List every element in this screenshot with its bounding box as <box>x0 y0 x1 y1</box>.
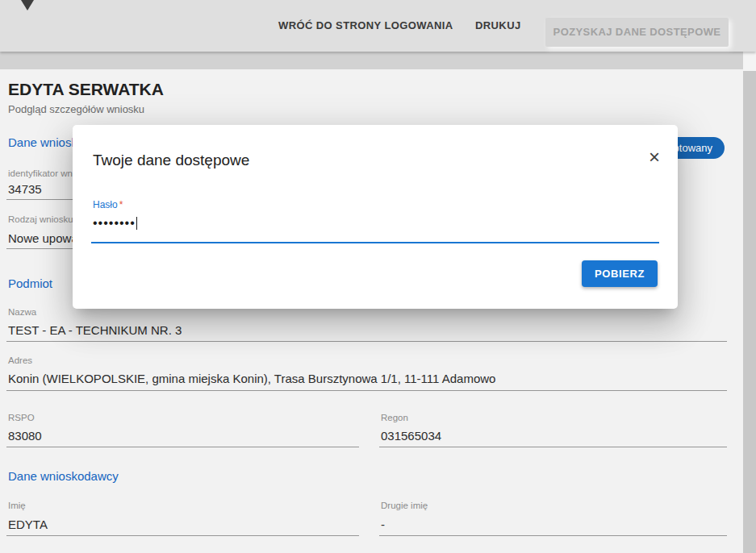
field-imie-line <box>6 535 359 536</box>
field-regon-line <box>379 447 727 447</box>
modal-close-icon[interactable]: × <box>649 148 660 167</box>
text-caret <box>136 217 138 230</box>
page-subtitle: Podgląd szczegółów wniosku <box>8 103 144 115</box>
access-data-modal: Twoje dane dostępowe × Hasło* •••••••• P… <box>73 125 678 309</box>
field-regon-value: 031565034 <box>381 429 441 443</box>
field-rspo-label: RSPO <box>8 413 35 422</box>
password-input[interactable]: •••••••• <box>93 216 137 231</box>
field-imie-label: Imię <box>8 501 26 510</box>
field-rodzaj-label: Rodzaj wniosku <box>8 214 73 224</box>
scrollbar-thumb[interactable] <box>743 52 756 71</box>
password-label: Hasło* <box>93 199 123 210</box>
password-underline <box>91 242 659 243</box>
field-identyfikator-value: 34735 <box>8 182 42 196</box>
field-adres-label: Adres <box>8 356 32 365</box>
corner-mark <box>21 0 34 10</box>
field-regon-label: Regon <box>381 413 408 422</box>
modal-title: Twoje dane dostępowe <box>93 152 249 169</box>
field-nazwa-value: TEST - EA - TECHNIKUM NR. 3 <box>8 323 182 337</box>
field-adres-value: Konin (WIELKOPOLSKIE, gmina miejska Koni… <box>8 372 495 385</box>
print-button[interactable]: DRUKUJ <box>475 0 521 52</box>
section-podmiot: Podmiot <box>8 276 52 290</box>
app-bar: WRÓĆ DO STRONY LOGOWANIA DRUKUJ POZYSKAJ… <box>0 0 756 52</box>
field-nazwa-line <box>6 341 727 342</box>
back-to-login-button[interactable]: WRÓĆ DO STRONY LOGOWANIA <box>278 0 453 52</box>
field-imie-value: EDYTA <box>8 518 48 531</box>
page-title: EDYTA SERWATKA <box>8 80 164 99</box>
scrollbar-track[interactable] <box>743 52 756 553</box>
field-drugie-imie-value: - <box>381 518 385 531</box>
download-button[interactable]: POBIERZ <box>582 260 658 287</box>
required-marker: * <box>119 199 123 210</box>
screen: WRÓĆ DO STRONY LOGOWANIA DRUKUJ POZYSKAJ… <box>0 0 756 553</box>
password-value: •••••••• <box>93 216 136 230</box>
field-drugie-imie-line <box>379 535 727 536</box>
field-nazwa-label: Nazwa <box>8 307 36 317</box>
field-drugie-imie-label: Drugie imię <box>381 501 428 510</box>
get-access-data-button[interactable]: POZYSKAJ DANE DOSTĘPOWE <box>545 18 729 47</box>
field-adres-line <box>6 390 727 391</box>
section-dane-wnioskodawcy: Dane wnioskodawcy <box>8 469 119 483</box>
field-rspo-line <box>6 447 359 447</box>
password-label-text: Hasło <box>93 199 118 210</box>
field-rspo-value: 83080 <box>8 429 42 443</box>
